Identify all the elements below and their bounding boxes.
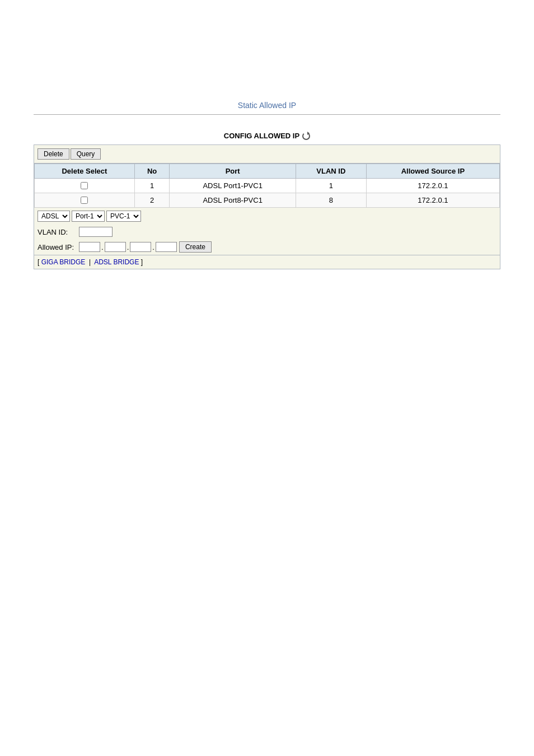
- cell-allowed-ip-0: 172.2.0.1: [366, 179, 499, 193]
- cell-vlan-id-1: 8: [296, 193, 366, 208]
- cell-no-0: 1: [134, 179, 170, 193]
- query-button[interactable]: Query: [71, 148, 101, 160]
- vlan-id-row: VLAN ID:: [34, 225, 500, 239]
- adsl-bridge-link[interactable]: ADSL BRIDGE: [94, 258, 139, 266]
- section-title-area: Static Allowed IP: [0, 11, 534, 120]
- port-select[interactable]: Port-1: [72, 211, 105, 222]
- section-title: Static Allowed IP: [0, 101, 534, 110]
- create-button[interactable]: Create: [179, 241, 212, 253]
- allowed-ip-label: Allowed IP:: [38, 243, 77, 251]
- col-header-allowed-source-ip: Allowed Source IP: [366, 164, 499, 179]
- ip-octet-2[interactable]: [105, 242, 126, 252]
- title-divider: [34, 114, 500, 115]
- port-select-row: ADSL Port-1 PVC-1: [34, 208, 500, 225]
- ip-octet-1[interactable]: [79, 242, 100, 252]
- config-table-container: Delete Query Delete Select No Port VLAN …: [34, 144, 500, 269]
- port-type-select[interactable]: ADSL: [38, 211, 70, 222]
- col-header-delete-select: Delete Select: [35, 164, 135, 179]
- allowed-ip-row: Allowed IP: . . . Create: [34, 239, 500, 255]
- page-wrapper: Static Allowed IP CONFIG ALLOWED IP Dele…: [0, 0, 534, 756]
- cell-vlan-id-0: 1: [296, 179, 366, 193]
- footer-links: [ GIGA BRIDGE | ADSL BRIDGE ]: [34, 255, 500, 269]
- cell-no-1: 2: [134, 193, 170, 208]
- main-content: CONFIG ALLOWED IP Delete Query Delete Se…: [0, 120, 534, 269]
- config-title-text: CONFIG ALLOWED IP: [224, 132, 299, 140]
- ip-octet-3[interactable]: [130, 242, 151, 252]
- row-checkbox-0[interactable]: [81, 182, 88, 189]
- table-row: 2 ADSL Port8-PVC1 8 172.2.0.1: [35, 193, 500, 208]
- col-header-port: Port: [170, 164, 296, 179]
- ip-dot-1: .: [101, 243, 104, 251]
- cell-port-1: ADSL Port8-PVC1: [170, 193, 296, 208]
- table-header-row: Delete Select No Port VLAN ID Allowed So…: [35, 164, 500, 179]
- ip-dot-3: .: [152, 243, 154, 251]
- col-header-vlan-id: VLAN ID: [296, 164, 366, 179]
- pvc-select[interactable]: PVC-1: [106, 211, 141, 222]
- data-table: Delete Select No Port VLAN ID Allowed So…: [34, 164, 500, 208]
- cell-checkbox-1: [35, 193, 135, 208]
- ip-input-group: . . .: [79, 242, 177, 252]
- config-title-row: CONFIG ALLOWED IP: [34, 132, 500, 140]
- ip-dot-2: .: [127, 243, 129, 251]
- refresh-icon[interactable]: [302, 132, 310, 140]
- cell-allowed-ip-1: 172.2.0.1: [366, 193, 499, 208]
- vlan-id-input[interactable]: [79, 227, 113, 237]
- vlan-id-label: VLAN ID:: [38, 228, 77, 236]
- row-checkbox-1[interactable]: [81, 197, 88, 204]
- table-row: 1 ADSL Port1-PVC1 1 172.2.0.1: [35, 179, 500, 193]
- col-header-no: No: [134, 164, 170, 179]
- ip-octet-4[interactable]: [156, 242, 177, 252]
- giga-bridge-link[interactable]: GIGA BRIDGE: [41, 258, 86, 266]
- button-row: Delete Query: [34, 145, 500, 164]
- cell-checkbox-0: [35, 179, 135, 193]
- delete-button[interactable]: Delete: [38, 148, 69, 160]
- cell-port-0: ADSL Port1-PVC1: [170, 179, 296, 193]
